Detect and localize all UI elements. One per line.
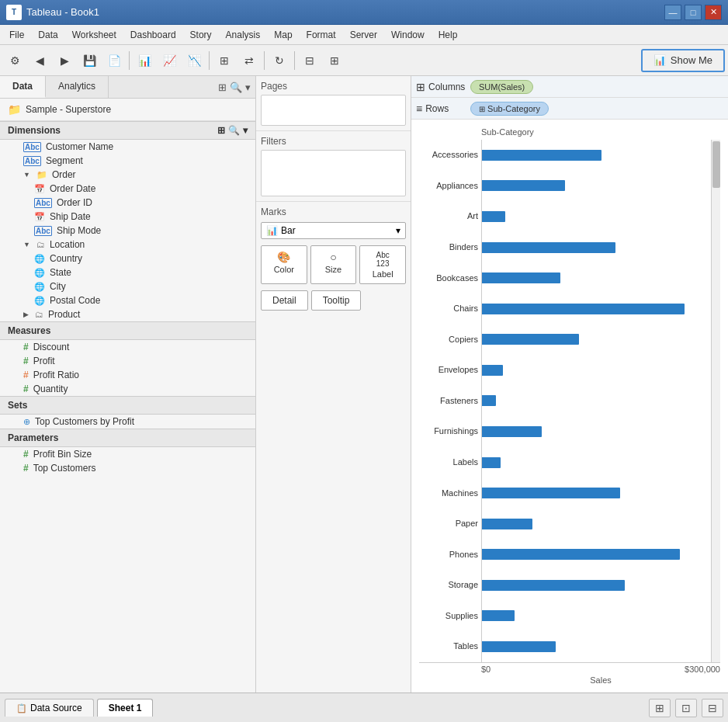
field-profit-ratio[interactable]: # Profit Ratio bbox=[0, 368, 255, 382]
chart-bar-row[interactable] bbox=[482, 640, 720, 654]
chevron-icon[interactable]: ▾ bbox=[243, 125, 248, 136]
chart-bar-row[interactable] bbox=[482, 609, 720, 623]
toolbar-home-btn[interactable]: ⚙ bbox=[3, 49, 26, 72]
toolbar-group-btn[interactable]: ⊞ bbox=[323, 49, 346, 72]
chart-bar-row[interactable] bbox=[482, 578, 720, 592]
marks-size-btn[interactable]: ○ Size bbox=[310, 245, 357, 284]
chart-scrollbar[interactable] bbox=[711, 140, 720, 662]
rows-pill[interactable]: ⊞ Sub-Category bbox=[470, 102, 549, 116]
pages-content[interactable] bbox=[261, 95, 406, 126]
chart-bar-row[interactable] bbox=[482, 241, 720, 255]
toolbar-new-btn[interactable]: 📄 bbox=[102, 49, 126, 72]
chart-bar bbox=[482, 488, 620, 498]
menu-dashboard[interactable]: Dashboard bbox=[124, 27, 182, 43]
menu-analysis[interactable]: Analysis bbox=[220, 27, 267, 43]
show-me-button[interactable]: 📊 Show Me bbox=[641, 49, 725, 72]
chart-bar-row[interactable] bbox=[482, 547, 720, 561]
filters-content[interactable] bbox=[261, 150, 406, 196]
marks-label-btn[interactable]: Abc123 Label bbox=[359, 245, 406, 284]
tab-analytics[interactable]: Analytics bbox=[46, 76, 109, 98]
menu-data[interactable]: Data bbox=[32, 27, 64, 43]
size-icon: ○ bbox=[314, 251, 353, 263]
toolbar-chart-btn[interactable]: 📊 bbox=[133, 49, 156, 72]
search-icon[interactable]: 🔍 bbox=[230, 82, 242, 93]
chart-bar-row[interactable] bbox=[482, 332, 720, 346]
marks-detail-btn[interactable]: Detail bbox=[261, 290, 308, 311]
chart-bar-row[interactable] bbox=[482, 456, 720, 470]
toolbar-forward-btn[interactable]: ▶ bbox=[53, 49, 76, 72]
field-label: Ship Date bbox=[50, 211, 91, 222]
field-segment[interactable]: Abc Segment bbox=[0, 154, 255, 168]
chart-bar-row[interactable] bbox=[482, 210, 720, 224]
menu-worksheet[interactable]: Worksheet bbox=[66, 27, 123, 43]
rows-icon: ≡ bbox=[416, 102, 422, 115]
chart-bar-row[interactable] bbox=[482, 271, 720, 285]
chart-bar-row[interactable] bbox=[482, 179, 720, 193]
menu-map[interactable]: Map bbox=[268, 27, 298, 43]
toolbar-filter-btn[interactable]: ⊟ bbox=[298, 49, 321, 72]
chevron-down-icon[interactable]: ▾ bbox=[245, 82, 251, 93]
sheet1-tab[interactable]: Sheet 1 bbox=[97, 699, 154, 717]
field-profit-bin-size[interactable]: # Profit Bin Size bbox=[0, 447, 255, 461]
field-customer-name[interactable]: Abc Customer Name bbox=[0, 140, 255, 154]
minimize-button[interactable]: — bbox=[664, 5, 681, 20]
field-city[interactable]: 🌐 City bbox=[0, 279, 255, 293]
toolbar-save-btn[interactable]: 💾 bbox=[78, 49, 101, 72]
field-ship-date[interactable]: 📅 Ship Date bbox=[0, 210, 255, 224]
scrollbar-thumb[interactable] bbox=[712, 141, 720, 188]
grid-icon[interactable]: ⊞ bbox=[218, 82, 227, 93]
field-label: Top Customers bbox=[33, 463, 96, 474]
toolbar-refresh-btn[interactable]: ↻ bbox=[268, 49, 291, 72]
columns-pill[interactable]: SUM(Sales) bbox=[470, 80, 533, 94]
chart-bar bbox=[482, 580, 625, 591]
menu-file[interactable]: File bbox=[3, 27, 30, 43]
search-icon[interactable]: 🔍 bbox=[228, 125, 240, 136]
field-location-folder[interactable]: ▼ 🗂 Location bbox=[0, 238, 255, 252]
chart-bar-row[interactable] bbox=[482, 517, 720, 531]
menu-window[interactable]: Window bbox=[385, 27, 431, 43]
field-quantity[interactable]: # Quantity bbox=[0, 382, 255, 396]
field-discount[interactable]: # Discount bbox=[0, 340, 255, 354]
field-label: Postal Code bbox=[50, 295, 100, 306]
chart-bar-row[interactable] bbox=[482, 148, 720, 162]
field-order-id[interactable]: Abc Order ID bbox=[0, 196, 255, 210]
field-product-folder[interactable]: ▶ 🗂 Product bbox=[0, 307, 255, 321]
close-button[interactable]: ✕ bbox=[705, 5, 722, 20]
new-sheet-btn[interactable]: ⊞ bbox=[649, 699, 671, 717]
chart-bar-row[interactable] bbox=[482, 486, 720, 500]
chart-bar-row[interactable] bbox=[482, 425, 720, 439]
chart-bar-row[interactable] bbox=[482, 302, 720, 316]
marks-color-btn[interactable]: 🎨 Color bbox=[261, 245, 307, 284]
field-top-customers-set[interactable]: ⊕ Top Customers by Profit bbox=[0, 415, 255, 429]
marks-type-select[interactable]: 📊 Bar ▾ bbox=[261, 222, 406, 239]
grid-icon[interactable]: ⊞ bbox=[217, 125, 225, 136]
menu-story[interactable]: Story bbox=[184, 27, 218, 43]
chart-bar-row[interactable] bbox=[482, 394, 720, 408]
field-order-date[interactable]: 📅 Order Date bbox=[0, 182, 255, 196]
toolbar-swap-btn[interactable]: ⇄ bbox=[237, 49, 261, 72]
rows-text: Rows bbox=[425, 103, 449, 114]
menu-format[interactable]: Format bbox=[300, 27, 342, 43]
field-country[interactable]: 🌐 Country bbox=[0, 252, 255, 266]
field-ship-mode[interactable]: Abc Ship Mode bbox=[0, 224, 255, 238]
bar-chart-icon: 📊 bbox=[266, 225, 278, 236]
field-profit[interactable]: # Profit bbox=[0, 354, 255, 368]
new-story-btn[interactable]: ⊟ bbox=[702, 699, 723, 717]
chart-bar-row[interactable] bbox=[482, 363, 720, 377]
toolbar-back-btn[interactable]: ◀ bbox=[28, 49, 51, 72]
tab-data[interactable]: Data bbox=[0, 76, 46, 98]
maximize-button[interactable]: □ bbox=[685, 5, 702, 20]
toolbar-chart3-btn[interactable]: 📉 bbox=[182, 49, 206, 72]
marks-tooltip-btn[interactable]: Tooltip bbox=[311, 290, 362, 311]
field-state[interactable]: 🌐 State bbox=[0, 266, 255, 279]
menu-server[interactable]: Server bbox=[344, 27, 383, 43]
toolbar-layout-btn[interactable]: ⊞ bbox=[213, 49, 236, 72]
new-dashboard-btn[interactable]: ⊡ bbox=[675, 699, 697, 717]
filters-label: Filters bbox=[261, 136, 406, 147]
field-top-customers[interactable]: # Top Customers bbox=[0, 461, 255, 475]
datasource-tab[interactable]: 📋 Data Source bbox=[5, 699, 94, 717]
toolbar-chart2-btn[interactable]: 📈 bbox=[158, 49, 181, 72]
menu-help[interactable]: Help bbox=[432, 27, 464, 43]
field-postal-code[interactable]: 🌐 Postal Code bbox=[0, 293, 255, 307]
field-order-folder[interactable]: ▼ 📁 Order bbox=[0, 168, 255, 182]
